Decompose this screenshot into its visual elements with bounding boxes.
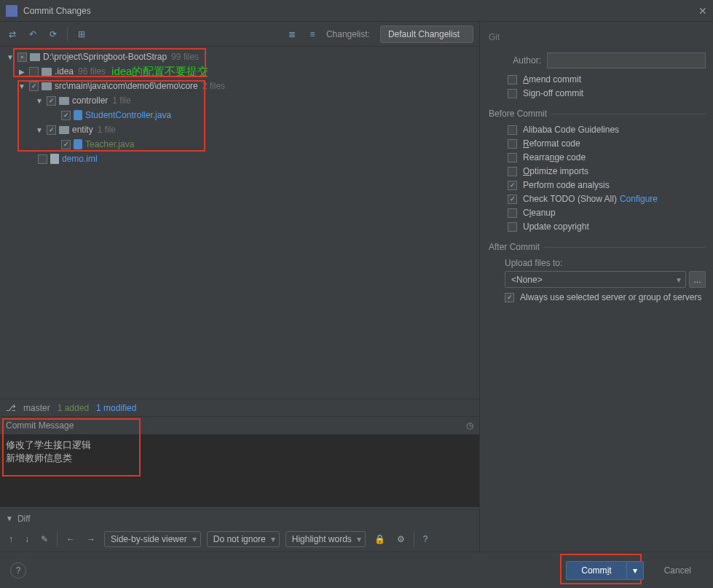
collapse-icon[interactable]: ≡: [306, 28, 319, 41]
before-commit-title: Before Commit: [489, 109, 706, 119]
checkbox[interactable]: [29, 67, 39, 77]
cancel-button[interactable]: Cancel: [653, 562, 703, 579]
branch-icon: ⎇: [6, 403, 16, 413]
refresh-icon[interactable]: ⇄: [6, 28, 19, 41]
tree-idea[interactable]: ▶ .idea 96 files idea的配置不要提交: [0, 64, 479, 79]
folder-icon: [59, 126, 69, 134]
folder-icon: [30, 53, 40, 61]
optimize-row[interactable]: Optimize imports: [508, 166, 706, 176]
git-label: Git: [489, 32, 706, 42]
right-panel: Git Author: Amend commit Sign-off commit…: [480, 22, 713, 552]
diff-header[interactable]: ▼ Diff: [0, 509, 479, 527]
checkbox[interactable]: [17, 52, 27, 62]
tree-root[interactable]: ▼ D:\project\Springboot-BootStrap 99 fil…: [0, 50, 479, 64]
signoff-commit-row[interactable]: Sign-off commit: [508, 88, 706, 98]
folder-icon: [42, 82, 52, 90]
changes-toolbar: ⇄ ↶ ⟳ ⊞ ≣ ≡ Changelist: Default Changeli…: [0, 22, 479, 47]
branch-name: master: [23, 403, 50, 413]
titlebar: Commit Changes ✕: [0, 0, 713, 22]
copyright-row[interactable]: Update copyright: [508, 222, 706, 232]
always-use-server-row[interactable]: Always use selected server or group of s…: [505, 292, 706, 302]
status-added: 1 added: [58, 403, 89, 413]
group-icon[interactable]: ⊞: [75, 28, 88, 41]
edit-icon[interactable]: ✎: [38, 533, 51, 546]
tree-entity[interactable]: ▼ entity 1 file: [0, 122, 479, 137]
amend-label: mend commit: [529, 74, 581, 85]
file-icon: [50, 154, 59, 164]
window-title: Commit Changes: [23, 6, 698, 16]
ignore-dropdown[interactable]: Do not ignore: [207, 531, 280, 547]
next-file-icon[interactable]: →: [84, 533, 98, 546]
checkbox[interactable]: [508, 89, 517, 98]
author-label: Author:: [505, 55, 541, 66]
tree-demoiml[interactable]: demo.iml: [0, 152, 479, 166]
configure-link[interactable]: Configure: [620, 194, 658, 204]
tree-studentcontroller[interactable]: StudentController.java: [0, 108, 479, 122]
commit-message-textarea[interactable]: [0, 434, 479, 507]
java-file-icon: [74, 139, 82, 149]
separator: [67, 27, 68, 42]
checkbox[interactable]: [61, 140, 71, 149]
commit-message-header: Commit Message ◷: [0, 417, 479, 434]
lock-icon[interactable]: 🔒: [371, 533, 388, 546]
perform-analysis-row[interactable]: Perform code analysis: [508, 180, 706, 190]
file-tree[interactable]: ▼ D:\project\Springboot-BootStrap 99 fil…: [0, 47, 479, 399]
check-todo-row[interactable]: Check TODO (Show All)Configure: [508, 194, 706, 204]
upload-server-dropdown[interactable]: <None>: [505, 271, 686, 288]
annotation-text: idea的配置不要提交: [111, 65, 208, 79]
tree-teacher[interactable]: Teacher.java: [0, 137, 479, 152]
checkbox[interactable]: [61, 111, 71, 120]
checkbox[interactable]: [29, 82, 39, 91]
gear-icon[interactable]: ⚙: [394, 533, 408, 546]
upload-label: Upload files to:: [505, 258, 706, 268]
tree-src[interactable]: ▼ src\main\java\com\demo6\demo\core 2 fi…: [0, 79, 479, 93]
rearrange-row[interactable]: Rearrange code: [508, 152, 706, 162]
footer: ? Commit ▾ Cancel: [0, 552, 713, 588]
prev-diff-icon[interactable]: ↑: [6, 533, 16, 546]
status-bar: ⎇ master 1 added 1 modified: [0, 399, 479, 416]
diff-toolbar: ↑ ↓ ✎ ← → Side-by-side viewer Do not ign…: [0, 527, 479, 552]
history-icon[interactable]: ◷: [466, 420, 473, 431]
prev-file-icon[interactable]: ←: [63, 533, 78, 546]
after-commit-title: After Commit: [489, 242, 706, 252]
checkbox[interactable]: [38, 154, 47, 164]
chevron-down-icon: ▼: [6, 514, 13, 522]
commit-button[interactable]: Commit: [566, 561, 626, 580]
changelist-value: Default Changelist: [388, 29, 460, 39]
folder-icon: [59, 97, 69, 105]
folder-icon: [42, 68, 52, 76]
java-file-icon: [74, 110, 82, 120]
status-modified: 1 modified: [96, 403, 136, 413]
close-icon[interactable]: ✕: [698, 5, 707, 17]
help-icon[interactable]: ?: [420, 533, 431, 546]
next-diff-icon[interactable]: ↓: [22, 533, 32, 546]
highlight-dropdown[interactable]: Highlight words: [285, 531, 366, 547]
cleanup-row[interactable]: Cleanup: [508, 208, 706, 218]
expand-icon[interactable]: ≣: [285, 28, 299, 41]
alibaba-row[interactable]: Alibaba Code Guidelines: [508, 125, 706, 135]
separator: [57, 532, 58, 546]
reload-icon[interactable]: ⟳: [47, 28, 60, 41]
viewer-dropdown[interactable]: Side-by-side viewer: [104, 531, 201, 547]
commit-dropdown-button[interactable]: ▾: [627, 561, 644, 580]
checkbox[interactable]: [47, 96, 56, 106]
reformat-row[interactable]: Reformat code: [508, 138, 706, 149]
author-input[interactable]: [547, 52, 706, 68]
app-icon: [6, 5, 17, 17]
separator: [414, 532, 414, 546]
checkbox[interactable]: [508, 75, 517, 85]
changelist-dropdown[interactable]: Default Changelist: [380, 26, 473, 43]
upload-more-button[interactable]: ...: [689, 271, 706, 288]
help-button[interactable]: ?: [10, 562, 26, 579]
tree-controller[interactable]: ▼ controller 1 file: [0, 93, 479, 108]
revert-icon[interactable]: ↶: [26, 28, 39, 41]
amend-commit-row[interactable]: Amend commit: [508, 74, 706, 85]
changelist-label: Changelist:: [326, 29, 370, 39]
checkbox[interactable]: [47, 125, 56, 135]
